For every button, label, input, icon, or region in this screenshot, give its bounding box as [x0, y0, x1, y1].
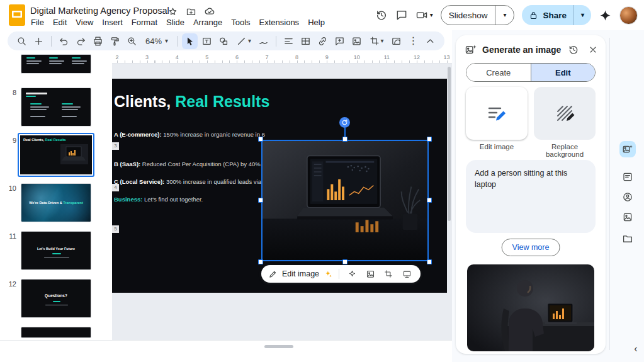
slide-bullet[interactable]: C (Local Service): 300% increase in qual… — [114, 178, 261, 185]
selection-handle[interactable] — [342, 137, 347, 142]
crop-button[interactable]: ▾ — [366, 33, 387, 49]
replace-image-icon[interactable] — [363, 267, 377, 281]
zoom-in-button[interactable] — [124, 33, 140, 49]
slide-thumbnail-11[interactable]: Let's Build Your Future — [21, 231, 91, 270]
slide-number: 11 — [5, 232, 16, 240]
slide-thumbnail-12[interactable]: Questions? — [21, 279, 91, 318]
print-button[interactable] — [90, 33, 106, 49]
slide-title[interactable]: Clients, Real Results — [114, 93, 269, 111]
crop-icon[interactable] — [381, 267, 395, 281]
magic-effects-icon[interactable] — [345, 267, 359, 281]
collapse-panel-button[interactable]: ‹ — [630, 342, 642, 355]
slide-thumbnail-7-partial[interactable] — [21, 54, 91, 74]
slides-logo[interactable] — [9, 4, 25, 28]
slideshow-dropdown[interactable]: ▾ — [495, 6, 514, 25]
selection-handle[interactable] — [427, 137, 432, 142]
selection-handle[interactable] — [258, 259, 263, 264]
vertical-scrollbar[interactable] — [448, 67, 451, 221]
rotate-handle[interactable] — [339, 117, 350, 128]
slide-bullet[interactable]: B (SaaS): Reduced Cost Per Acquisition (… — [114, 161, 262, 167]
pen-tool-button[interactable] — [256, 33, 271, 49]
rail-photos-button[interactable] — [619, 209, 636, 225]
insert-link-button[interactable] — [315, 33, 330, 49]
selection-handle[interactable] — [427, 198, 432, 203]
move-folder-icon[interactable] — [186, 6, 196, 17]
horizontal-ruler: 2 3 4 5 6 7 8 9 10 11 12 13 — [112, 53, 452, 64]
tab-edit[interactable]: Edit — [531, 64, 596, 81]
search-menus-button[interactable] — [14, 33, 30, 49]
more-options-button[interactable]: ⋮ — [405, 33, 421, 49]
mode-label-replace-background: Replace background — [534, 143, 596, 158]
chevron-down-icon: ▾ — [430, 12, 433, 18]
view-more-button[interactable]: View more — [502, 239, 560, 256]
share-dropdown[interactable]: ▾ — [574, 5, 591, 25]
slide-bullet[interactable]: A (E-commerce): 150% increase in organic… — [114, 131, 265, 138]
slide-thumbnail-13-partial[interactable] — [21, 327, 91, 338]
menu-insert[interactable]: Insert — [98, 16, 127, 28]
star-icon[interactable] — [167, 6, 178, 17]
edit-image-button[interactable]: Edit image — [282, 269, 319, 278]
slide-bullet[interactable]: Business: Let's find out together. — [114, 196, 203, 203]
mask-image-button[interactable] — [388, 33, 404, 49]
version-history-button[interactable] — [375, 9, 388, 21]
paint-format-button[interactable] — [107, 33, 123, 49]
close-panel-button[interactable] — [588, 45, 598, 55]
menu-extensions[interactable]: Extensions — [255, 16, 304, 28]
insert-image-button[interactable] — [349, 33, 364, 49]
selection-handle[interactable] — [427, 259, 432, 264]
menu-arrange[interactable]: Arrange — [189, 16, 227, 28]
shapes-button[interactable] — [216, 33, 232, 49]
prompt-suggestion-box[interactable]: Add a person sitting at this laptop — [466, 160, 596, 233]
align-button[interactable] — [281, 33, 297, 49]
collapse-toolbar-button[interactable] — [422, 33, 438, 49]
menu-view[interactable]: View — [71, 16, 98, 28]
menu-tools[interactable]: Tools — [227, 16, 254, 28]
menu-slide[interactable]: Slide — [162, 16, 189, 28]
panel-history-button[interactable] — [568, 44, 579, 55]
generated-image-thumbnail[interactable] — [467, 264, 594, 351]
menu-help[interactable]: Help — [303, 16, 329, 28]
tab-create[interactable]: Create — [466, 64, 531, 81]
slideshow-button[interactable]: Slideshow — [441, 6, 495, 25]
new-slide-button[interactable] — [31, 33, 47, 49]
menu-edit[interactable]: Edit — [48, 16, 71, 28]
horizontal-scrollbar[interactable] — [264, 345, 293, 348]
menu-file[interactable]: File — [26, 16, 48, 28]
present-image-icon[interactable] — [400, 267, 414, 281]
meet-button[interactable]: ▾ — [415, 9, 433, 21]
mode-label-edit-image: Edit image — [466, 143, 528, 150]
document-title[interactable]: Digital Marketing Agency Proposal — [30, 6, 169, 16]
rail-cards-button[interactable] — [619, 169, 636, 185]
bottom-bar — [0, 340, 452, 362]
text-box-button[interactable] — [199, 33, 215, 49]
gemini-sparkle-icon — [599, 9, 612, 22]
cloud-status-icon[interactable] — [204, 6, 215, 17]
selected-image[interactable] — [261, 140, 429, 261]
comments-button[interactable] — [395, 9, 408, 21]
slide-thumbnail-10[interactable]: We're Data-Driven & Transparent — [21, 183, 91, 222]
line-tool-button[interactable]: ▾ — [233, 33, 254, 49]
share-button[interactable]: Share — [522, 5, 573, 25]
selection-handle[interactable] — [258, 198, 263, 203]
undo-button[interactable] — [56, 33, 72, 49]
rail-image-generator-button[interactable] — [619, 141, 636, 157]
selection-handle[interactable] — [342, 259, 347, 264]
gemini-button[interactable] — [599, 9, 612, 22]
selection-handle[interactable] — [258, 137, 263, 142]
add-comment-button[interactable] — [332, 33, 347, 49]
select-tool-button[interactable] — [182, 33, 198, 49]
zoom-level-dropdown[interactable]: 64% ▾ — [141, 33, 172, 49]
mode-card-edit-image[interactable] — [466, 87, 528, 140]
rail-contacts-button[interactable] — [619, 189, 636, 205]
redo-button[interactable] — [73, 33, 89, 49]
image-sparkle-icon — [465, 43, 477, 56]
avatar[interactable] — [619, 6, 638, 25]
video-camera-icon — [415, 9, 428, 21]
slide-thumbnail-9-selected[interactable]: Real Clients, Real Results — [18, 133, 94, 177]
table-button[interactable] — [298, 33, 314, 49]
top-bar: Digital Marketing Agency Proposal File E… — [0, 0, 644, 30]
mode-card-replace-background[interactable] — [534, 87, 596, 140]
menu-format[interactable]: Format — [127, 16, 162, 28]
rail-folder-button[interactable] — [619, 230, 636, 247]
slide-thumbnail-8[interactable] — [21, 88, 91, 127]
